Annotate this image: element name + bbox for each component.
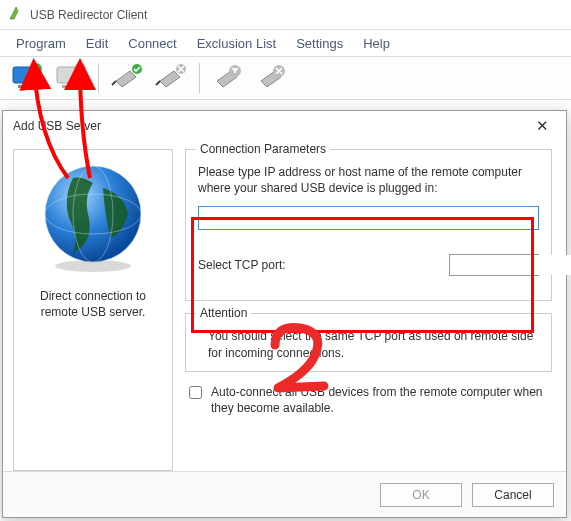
add-usb-server-dialog: Add USB Server ✕ — [2, 110, 567, 518]
svg-rect-1 — [18, 85, 30, 88]
window-title: USB Redirector Client — [30, 8, 147, 22]
dialog-footer: OK Cancel — [3, 471, 566, 517]
cancel-button[interactable]: Cancel — [472, 483, 554, 507]
connection-instruction: Please type IP address or host name of t… — [198, 164, 539, 196]
port-label: Select TCP port: — [198, 258, 286, 272]
port-input[interactable] — [450, 255, 571, 275]
attention-text: You should select the same TCP port as u… — [198, 328, 539, 360]
dialog-titlebar: Add USB Server ✕ — [3, 111, 566, 141]
globe-icon — [33, 158, 153, 278]
svg-rect-4 — [35, 66, 37, 72]
attention-legend: Attention — [196, 306, 251, 320]
toolbar-connect-device[interactable] — [107, 58, 147, 98]
menu-exclusion-list[interactable]: Exclusion List — [187, 32, 286, 55]
menu-program[interactable]: Program — [6, 32, 76, 55]
svg-point-17 — [55, 260, 131, 272]
toolbar-separator — [98, 63, 99, 93]
toolbar-add-server[interactable] — [6, 58, 46, 98]
left-panel-label: Direct connection to remote USB server. — [14, 288, 172, 320]
toolbar-separator — [199, 63, 200, 93]
autoconnect-label: Auto-connect all USB devices from the re… — [211, 384, 552, 416]
ip-address-input[interactable] — [198, 206, 539, 230]
dialog-left-panel: Direct connection to remote USB server. — [13, 149, 173, 471]
menu-edit[interactable]: Edit — [76, 32, 118, 55]
toolbar-remove-server[interactable] — [50, 58, 90, 98]
svg-rect-6 — [62, 85, 74, 88]
toolbar — [0, 56, 571, 100]
dialog-right-panel: Connection Parameters Please type IP add… — [185, 149, 556, 471]
ok-button[interactable]: OK — [380, 483, 462, 507]
port-row: Select TCP port: ▲ ▼ — [198, 254, 539, 276]
menu-settings[interactable]: Settings — [286, 32, 353, 55]
menubar: Program Edit Connect Exclusion List Sett… — [0, 30, 571, 56]
toolbar-accept-device[interactable] — [208, 58, 248, 98]
attention-group: Attention You should select the same TCP… — [185, 313, 552, 371]
app-icon — [8, 5, 30, 24]
titlebar: USB Redirector Client — [0, 0, 571, 30]
close-icon: ✕ — [536, 117, 549, 135]
menu-help[interactable]: Help — [353, 32, 400, 55]
menu-connect[interactable]: Connect — [118, 32, 186, 55]
connection-parameters-group: Connection Parameters Please type IP add… — [185, 149, 552, 301]
autoconnect-checkbox[interactable] — [189, 386, 202, 399]
autoconnect-row[interactable]: Auto-connect all USB devices from the re… — [185, 384, 552, 416]
toolbar-disconnect-device[interactable] — [151, 58, 191, 98]
dialog-close-button[interactable]: ✕ — [528, 115, 556, 137]
dialog-title-text: Add USB Server — [13, 119, 101, 133]
svg-rect-11 — [234, 68, 236, 73]
port-spinner[interactable]: ▲ ▼ — [449, 254, 539, 276]
connection-parameters-legend: Connection Parameters — [196, 142, 330, 156]
toolbar-reject-device[interactable] — [252, 58, 292, 98]
dialog-body: Direct connection to remote USB server. … — [3, 141, 566, 471]
